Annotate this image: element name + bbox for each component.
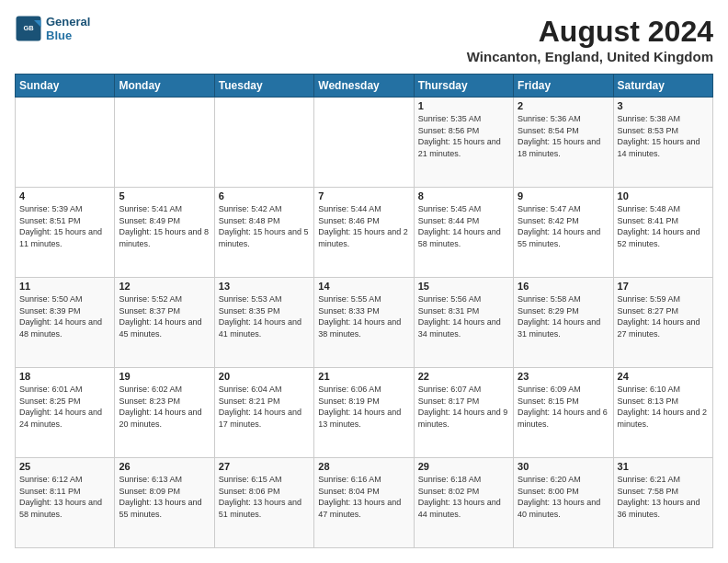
day-number: 7 bbox=[318, 190, 409, 201]
day-number: 20 bbox=[219, 371, 310, 382]
weekday-header-sunday: Sunday bbox=[16, 75, 115, 98]
calendar-cell: 17Sunrise: 5:59 AM Sunset: 8:27 PM Dayli… bbox=[613, 278, 712, 368]
day-number: 11 bbox=[19, 281, 110, 292]
calendar-cell: 9Sunrise: 5:47 AM Sunset: 8:42 PM Daylig… bbox=[514, 188, 613, 278]
calendar-cell bbox=[314, 98, 414, 188]
cell-text: Sunrise: 6:12 AM Sunset: 8:11 PM Dayligh… bbox=[19, 474, 110, 520]
calendar-cell: 22Sunrise: 6:07 AM Sunset: 8:17 PM Dayli… bbox=[414, 368, 513, 458]
week-row-3: 11Sunrise: 5:50 AM Sunset: 8:39 PM Dayli… bbox=[16, 278, 713, 368]
cell-text: Sunrise: 5:42 AM Sunset: 8:48 PM Dayligh… bbox=[219, 203, 310, 249]
logo-icon: GB bbox=[15, 15, 42, 42]
week-row-4: 18Sunrise: 6:01 AM Sunset: 8:25 PM Dayli… bbox=[16, 368, 713, 458]
calendar-cell: 5Sunrise: 5:41 AM Sunset: 8:49 PM Daylig… bbox=[115, 188, 214, 278]
calendar-cell: 26Sunrise: 6:13 AM Sunset: 8:09 PM Dayli… bbox=[115, 458, 214, 548]
cell-text: Sunrise: 6:16 AM Sunset: 8:04 PM Dayligh… bbox=[318, 474, 409, 520]
cell-text: Sunrise: 5:55 AM Sunset: 8:33 PM Dayligh… bbox=[318, 293, 409, 339]
calendar-cell: 23Sunrise: 6:09 AM Sunset: 8:15 PM Dayli… bbox=[514, 368, 613, 458]
cell-text: Sunrise: 5:44 AM Sunset: 8:46 PM Dayligh… bbox=[318, 203, 409, 249]
day-number: 31 bbox=[618, 461, 709, 472]
cell-text: Sunrise: 5:38 AM Sunset: 8:53 PM Dayligh… bbox=[618, 113, 709, 159]
calendar-cell: 8Sunrise: 5:45 AM Sunset: 8:44 PM Daylig… bbox=[414, 188, 513, 278]
cell-text: Sunrise: 5:41 AM Sunset: 8:49 PM Dayligh… bbox=[119, 203, 210, 249]
day-number: 1 bbox=[418, 100, 509, 111]
calendar-cell: 13Sunrise: 5:53 AM Sunset: 8:35 PM Dayli… bbox=[214, 278, 313, 368]
cell-text: Sunrise: 6:01 AM Sunset: 8:25 PM Dayligh… bbox=[19, 384, 110, 430]
cell-text: Sunrise: 6:15 AM Sunset: 8:06 PM Dayligh… bbox=[219, 474, 310, 520]
day-number: 25 bbox=[19, 461, 110, 472]
day-number: 10 bbox=[618, 190, 709, 201]
calendar-cell: 7Sunrise: 5:44 AM Sunset: 8:46 PM Daylig… bbox=[314, 188, 414, 278]
page: GB General Blue August 2024 Wincanton, E… bbox=[0, 0, 728, 563]
week-row-1: 1Sunrise: 5:35 AM Sunset: 8:56 PM Daylig… bbox=[16, 98, 713, 188]
day-number: 17 bbox=[618, 281, 709, 292]
cell-text: Sunrise: 6:21 AM Sunset: 7:58 PM Dayligh… bbox=[618, 474, 709, 520]
svg-text:GB: GB bbox=[23, 24, 34, 32]
day-number: 15 bbox=[418, 281, 509, 292]
cell-text: Sunrise: 5:53 AM Sunset: 8:35 PM Dayligh… bbox=[219, 293, 310, 339]
cell-text: Sunrise: 5:59 AM Sunset: 8:27 PM Dayligh… bbox=[618, 293, 709, 339]
cell-text: Sunrise: 6:09 AM Sunset: 8:15 PM Dayligh… bbox=[518, 384, 609, 430]
calendar-cell: 6Sunrise: 5:42 AM Sunset: 8:48 PM Daylig… bbox=[214, 188, 313, 278]
cell-text: Sunrise: 6:20 AM Sunset: 8:00 PM Dayligh… bbox=[518, 474, 609, 520]
cell-text: Sunrise: 5:36 AM Sunset: 8:54 PM Dayligh… bbox=[518, 113, 609, 159]
cell-text: Sunrise: 6:13 AM Sunset: 8:09 PM Dayligh… bbox=[119, 474, 210, 520]
week-row-5: 25Sunrise: 6:12 AM Sunset: 8:11 PM Dayli… bbox=[16, 458, 713, 548]
day-number: 12 bbox=[119, 281, 210, 292]
calendar-cell: 12Sunrise: 5:52 AM Sunset: 8:37 PM Dayli… bbox=[115, 278, 214, 368]
day-number: 6 bbox=[219, 190, 310, 201]
cell-text: Sunrise: 5:50 AM Sunset: 8:39 PM Dayligh… bbox=[19, 293, 110, 339]
week-row-2: 4Sunrise: 5:39 AM Sunset: 8:51 PM Daylig… bbox=[16, 188, 713, 278]
calendar-cell: 21Sunrise: 6:06 AM Sunset: 8:19 PM Dayli… bbox=[314, 368, 414, 458]
calendar-cell: 3Sunrise: 5:38 AM Sunset: 8:53 PM Daylig… bbox=[613, 98, 712, 188]
cell-text: Sunrise: 5:48 AM Sunset: 8:41 PM Dayligh… bbox=[618, 203, 709, 249]
calendar-cell: 2Sunrise: 5:36 AM Sunset: 8:54 PM Daylig… bbox=[514, 98, 613, 188]
main-title: August 2024 bbox=[467, 15, 713, 49]
cell-text: Sunrise: 6:02 AM Sunset: 8:23 PM Dayligh… bbox=[119, 384, 210, 430]
day-number: 8 bbox=[418, 190, 509, 201]
cell-text: Sunrise: 5:52 AM Sunset: 8:37 PM Dayligh… bbox=[119, 293, 210, 339]
day-number: 23 bbox=[518, 371, 609, 382]
day-number: 2 bbox=[518, 100, 609, 111]
calendar-cell: 10Sunrise: 5:48 AM Sunset: 8:41 PM Dayli… bbox=[613, 188, 712, 278]
calendar-cell: 19Sunrise: 6:02 AM Sunset: 8:23 PM Dayli… bbox=[115, 368, 214, 458]
day-number: 4 bbox=[19, 190, 110, 201]
weekday-header-thursday: Thursday bbox=[414, 75, 513, 98]
cell-text: Sunrise: 6:07 AM Sunset: 8:17 PM Dayligh… bbox=[418, 384, 509, 430]
day-number: 13 bbox=[219, 281, 310, 292]
calendar-cell: 25Sunrise: 6:12 AM Sunset: 8:11 PM Dayli… bbox=[16, 458, 115, 548]
calendar-cell: 20Sunrise: 6:04 AM Sunset: 8:21 PM Dayli… bbox=[214, 368, 313, 458]
day-number: 5 bbox=[119, 190, 210, 201]
logo: GB General Blue bbox=[15, 15, 90, 42]
calendar-cell: 28Sunrise: 6:16 AM Sunset: 8:04 PM Dayli… bbox=[314, 458, 414, 548]
calendar-body: 1Sunrise: 5:35 AM Sunset: 8:56 PM Daylig… bbox=[16, 98, 713, 548]
calendar-cell: 18Sunrise: 6:01 AM Sunset: 8:25 PM Dayli… bbox=[16, 368, 115, 458]
weekday-header-friday: Friday bbox=[514, 75, 613, 98]
subtitle: Wincanton, England, United Kingdom bbox=[467, 49, 713, 64]
calendar-cell: 1Sunrise: 5:35 AM Sunset: 8:56 PM Daylig… bbox=[414, 98, 513, 188]
cell-text: Sunrise: 5:35 AM Sunset: 8:56 PM Dayligh… bbox=[418, 113, 509, 159]
day-number: 16 bbox=[518, 281, 609, 292]
calendar-cell: 24Sunrise: 6:10 AM Sunset: 8:13 PM Dayli… bbox=[613, 368, 712, 458]
calendar-cell: 29Sunrise: 6:18 AM Sunset: 8:02 PM Dayli… bbox=[414, 458, 513, 548]
calendar-table: SundayMondayTuesdayWednesdayThursdayFrid… bbox=[15, 74, 713, 548]
day-number: 24 bbox=[618, 371, 709, 382]
weekday-header-monday: Monday bbox=[115, 75, 214, 98]
calendar-cell: 27Sunrise: 6:15 AM Sunset: 8:06 PM Dayli… bbox=[214, 458, 313, 548]
calendar-cell: 14Sunrise: 5:55 AM Sunset: 8:33 PM Dayli… bbox=[314, 278, 414, 368]
cell-text: Sunrise: 5:58 AM Sunset: 8:29 PM Dayligh… bbox=[518, 293, 609, 339]
calendar-cell bbox=[115, 98, 214, 188]
day-number: 19 bbox=[119, 371, 210, 382]
header: GB General Blue August 2024 Wincanton, E… bbox=[15, 15, 713, 64]
logo-text: General Blue bbox=[46, 15, 90, 42]
cell-text: Sunrise: 6:06 AM Sunset: 8:19 PM Dayligh… bbox=[318, 384, 409, 430]
day-number: 18 bbox=[19, 371, 110, 382]
cell-text: Sunrise: 6:10 AM Sunset: 8:13 PM Dayligh… bbox=[618, 384, 709, 430]
title-block: August 2024 Wincanton, England, United K… bbox=[467, 15, 713, 64]
calendar-cell: 11Sunrise: 5:50 AM Sunset: 8:39 PM Dayli… bbox=[16, 278, 115, 368]
day-number: 30 bbox=[518, 461, 609, 472]
calendar-cell bbox=[214, 98, 313, 188]
day-number: 21 bbox=[318, 371, 409, 382]
calendar-cell: 16Sunrise: 5:58 AM Sunset: 8:29 PM Dayli… bbox=[514, 278, 613, 368]
day-number: 27 bbox=[219, 461, 310, 472]
calendar-cell: 31Sunrise: 6:21 AM Sunset: 7:58 PM Dayli… bbox=[613, 458, 712, 548]
